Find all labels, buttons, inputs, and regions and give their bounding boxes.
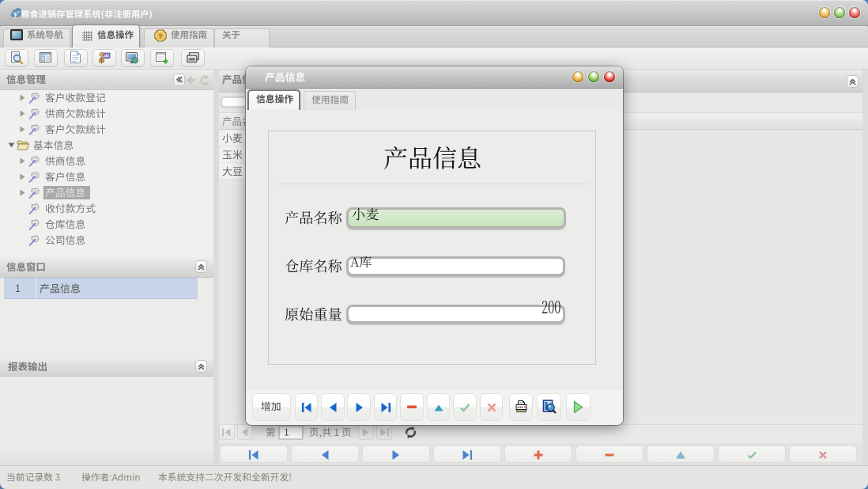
svg-text:y: y (13, 9, 18, 18)
svg-text:?: ? (158, 32, 163, 40)
